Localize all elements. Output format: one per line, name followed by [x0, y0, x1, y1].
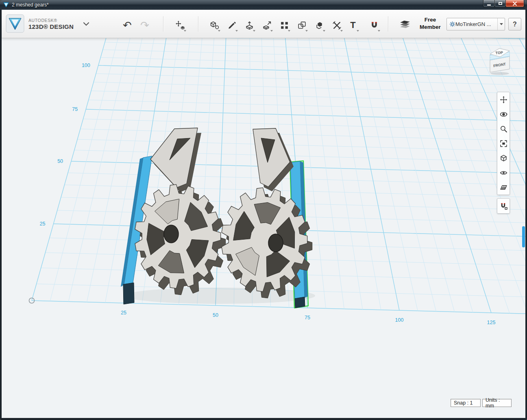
x-axis-label: 75	[305, 315, 310, 320]
gears-model[interactable]	[121, 128, 315, 308]
pan-tool[interactable]	[497, 92, 510, 107]
help-button[interactable]: ?	[508, 18, 521, 30]
viewcube-top-label: TOP	[495, 50, 503, 55]
pattern-icon	[280, 21, 289, 30]
brand-autodesk: AUTODESK®	[28, 17, 74, 24]
pan-icon	[500, 96, 507, 104]
modify-icon	[262, 21, 272, 30]
x-axis-label: 50	[213, 312, 218, 318]
close-button[interactable]	[505, 0, 524, 7]
x-axis-label: 125	[487, 320, 496, 325]
materials-grid-icon	[500, 184, 507, 191]
snap-magnet-icon	[500, 202, 507, 210]
group-icon	[297, 21, 307, 30]
snap-setting[interactable]: Snap : 1	[451, 399, 481, 407]
construct-tool[interactable]	[242, 18, 257, 32]
view-navigation-toolbar	[497, 92, 510, 195]
fit-view-tool[interactable]	[497, 136, 510, 151]
dropdown-caret-icon[interactable]	[323, 30, 325, 32]
cube-icon	[500, 154, 507, 162]
x-axis-label: 25	[121, 310, 126, 316]
dropdown-caret-icon[interactable]	[235, 30, 238, 32]
snap-tool[interactable]	[367, 18, 381, 32]
membership-line2: Member	[416, 24, 444, 31]
zoom-icon	[500, 125, 507, 133]
quality-layers-button[interactable]	[399, 19, 411, 30]
scene-svg: 255075100125100755025	[2, 38, 525, 418]
minimize-icon	[487, 4, 491, 6]
app-frame: AUTODESK® 123D® DESIGN ↶ ↷	[2, 10, 525, 418]
dropdown-caret-icon[interactable]	[270, 30, 273, 32]
toolbar-separator	[388, 16, 388, 32]
account-name: MoTinkerGN ...	[455, 21, 497, 27]
primitives-tool[interactable]	[207, 18, 222, 32]
combine-icon	[315, 21, 324, 30]
zoom-tool[interactable]	[497, 121, 510, 136]
measure-tool[interactable]	[329, 18, 344, 32]
text-tool-icon: T	[350, 21, 355, 30]
measure-icon	[332, 21, 342, 30]
help-label: ?	[513, 21, 517, 28]
dropdown-caret-icon[interactable]	[184, 30, 186, 32]
brand-123d-design: 123D® DESIGN	[28, 24, 74, 30]
dropdown-caret-icon[interactable]	[340, 30, 343, 32]
undo-icon: ↶	[123, 19, 132, 31]
sketch-tool[interactable]	[224, 18, 239, 32]
view-mode-tool[interactable]	[497, 151, 510, 165]
units-value: Units : mm	[486, 397, 508, 409]
depth-axis-label: 100	[82, 63, 90, 68]
modify-tool[interactable]	[259, 18, 274, 32]
minimize-button[interactable]	[483, 0, 495, 7]
dropdown-caret-icon[interactable]	[305, 30, 308, 32]
viewport-canvas[interactable]: 255075100125100755025 TOP FRONT	[2, 38, 525, 418]
account-gear-icon	[449, 21, 455, 27]
text-tool[interactable]: T	[346, 18, 360, 32]
redo-icon: ↷	[140, 19, 149, 31]
viewcube-shadow	[490, 72, 509, 75]
depth-axis-label: 25	[40, 221, 46, 227]
sketch-icon	[227, 21, 237, 30]
pattern-tool[interactable]	[277, 18, 292, 32]
orbit-tool[interactable]	[497, 107, 510, 121]
window-title: 2 meshed gears*	[12, 2, 49, 8]
eye-icon	[500, 169, 507, 177]
main-toolbar: AUTODESK® 123D® DESIGN ↶ ↷	[2, 10, 525, 38]
account-dropdown[interactable]: MoTinkerGN ...	[446, 18, 505, 30]
layers-icon	[399, 19, 411, 30]
undo-button[interactable]: ↶	[120, 19, 134, 32]
depth-axis-label: 75	[72, 106, 78, 112]
close-icon	[512, 2, 517, 6]
chevron-down-icon	[500, 23, 503, 25]
x-axis-label: 100	[395, 317, 404, 323]
materials-tool[interactable]	[497, 180, 510, 195]
toolbar-separator	[198, 16, 198, 32]
account-chevron[interactable]	[497, 18, 505, 30]
dropdown-caret-icon[interactable]	[357, 30, 359, 32]
units-setting[interactable]: Units : mm	[482, 399, 512, 407]
maximize-icon	[499, 2, 502, 5]
main-menu-chevron-icon[interactable]	[82, 20, 90, 28]
magnet-icon	[370, 21, 379, 30]
dropdown-caret-icon[interactable]	[378, 30, 380, 32]
primitives-icon	[210, 21, 219, 30]
snap-value: Snap : 1	[454, 400, 473, 406]
view-cube[interactable]: TOP FRONT	[488, 43, 512, 76]
construct-icon	[245, 21, 254, 30]
membership-status: Free Member	[416, 16, 444, 31]
transform-tool[interactable]	[173, 18, 187, 32]
snap-toggle-toolbar	[497, 198, 510, 214]
scrollbar-thumb[interactable]	[522, 226, 525, 247]
redo-button[interactable]: ↷	[138, 19, 152, 32]
dropdown-caret-icon[interactable]	[218, 30, 220, 32]
snap-toggle-tool[interactable]	[497, 199, 510, 213]
fit-view-icon	[500, 140, 507, 147]
app-logo[interactable]	[6, 14, 24, 33]
visibility-tool[interactable]	[497, 165, 510, 180]
title-bar[interactable]: 2 meshed gears*	[0, 0, 527, 10]
group-tool[interactable]	[294, 18, 309, 32]
dropdown-caret-icon[interactable]	[288, 30, 290, 32]
maximize-button[interactable]	[494, 0, 506, 7]
dropdown-caret-icon[interactable]	[253, 30, 255, 32]
brand-text: AUTODESK® 123D® DESIGN	[28, 17, 74, 30]
combine-tool[interactable]	[312, 18, 327, 32]
